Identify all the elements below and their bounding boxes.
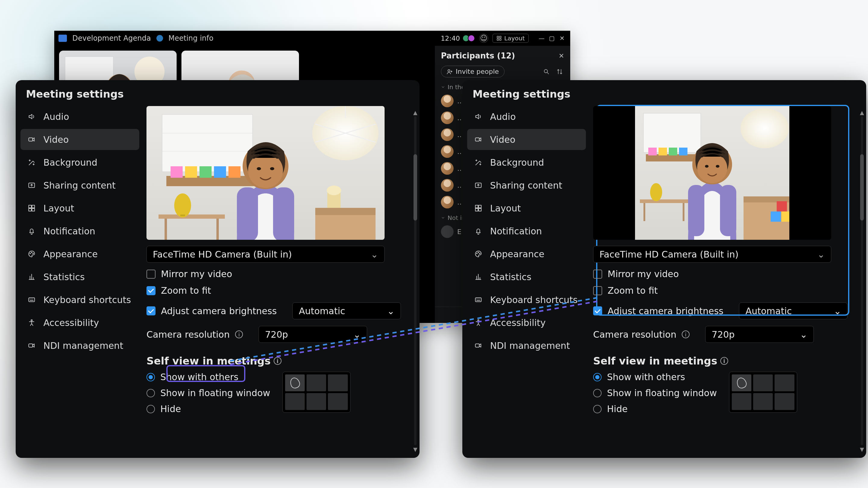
bell-icon: [474, 227, 483, 235]
chevron-down-icon: ⌄: [800, 329, 807, 340]
mirror-checkbox[interactable]: Mirror my video: [147, 269, 232, 279]
resolution-label: Camera resolution: [593, 329, 676, 340]
avatar: [441, 225, 454, 238]
nav-video[interactable]: Video: [21, 129, 139, 150]
info-icon[interactable]: [156, 35, 163, 41]
nav-audio[interactable]: Audio: [21, 106, 139, 127]
brightness-checkbox[interactable]: Adjust camera brightness: [147, 306, 277, 316]
layout-button[interactable]: Layout: [493, 34, 529, 43]
selfview-hide[interactable]: Hide: [593, 404, 717, 414]
wand-icon: [27, 158, 36, 167]
reactions-icon[interactable]: ☺: [479, 34, 488, 43]
grid-icon: [474, 204, 483, 213]
nav-video[interactable]: Video: [467, 129, 586, 150]
app-icon: [59, 35, 67, 42]
scrollbar[interactable]: ▲ ▼: [413, 109, 418, 452]
svg-rect-58: [475, 205, 478, 208]
meeting-title: Development Agenda: [72, 34, 151, 42]
selfview-layout-preview: [282, 372, 350, 413]
resolution-select[interactable]: 720p⌄: [705, 326, 814, 343]
nav-statistics[interactable]: Statistics: [467, 266, 586, 287]
svg-point-24: [30, 253, 30, 254]
nav-sharing[interactable]: Sharing content: [21, 175, 139, 196]
nav-notification[interactable]: Notification: [21, 221, 139, 241]
nav-layout[interactable]: Layout: [21, 198, 139, 219]
video-preview: [147, 106, 384, 240]
nav-background[interactable]: Background: [21, 152, 139, 173]
svg-rect-82: [771, 212, 781, 222]
nav-notification[interactable]: Notification: [467, 221, 586, 241]
svg-rect-51: [273, 187, 294, 240]
sort-icon[interactable]: [555, 67, 564, 76]
svg-point-79: [650, 183, 662, 201]
share-icon: [27, 181, 36, 190]
camera-select[interactable]: FaceTime HD Camera (Built in) ⌄: [593, 246, 831, 263]
meeting-info-link[interactable]: Meeting info: [168, 34, 213, 42]
settings-title: Meeting settings: [16, 80, 420, 104]
info-icon[interactable]: i: [235, 330, 243, 338]
search-icon[interactable]: [542, 67, 551, 76]
nav-sharing[interactable]: Sharing content: [467, 175, 586, 196]
nav-accessibility[interactable]: Accessibility: [467, 312, 586, 333]
svg-point-88: [697, 153, 727, 183]
svg-point-25: [31, 252, 32, 253]
selfview-hide[interactable]: Hide: [147, 404, 270, 414]
scroll-thumb[interactable]: [860, 154, 864, 221]
info-icon[interactable]: i: [682, 330, 689, 338]
scrollbar[interactable]: ▲ ▼: [860, 109, 864, 452]
selfview-with-others[interactable]: Show with others: [147, 372, 270, 382]
nav-shortcuts[interactable]: Keyboard shortcuts: [21, 289, 139, 310]
nav-accessibility[interactable]: Accessibility: [21, 312, 139, 333]
nav-shortcuts[interactable]: Keyboard shortcuts: [467, 289, 586, 310]
svg-rect-21: [32, 205, 35, 208]
svg-point-75: [741, 108, 789, 148]
scroll-down-icon[interactable]: ▼: [413, 446, 418, 452]
svg-point-54: [257, 167, 261, 170]
nav-ndi[interactable]: NDI management: [21, 335, 139, 356]
svg-rect-47: [315, 208, 375, 215]
zoom-checkbox[interactable]: Zoom to fit: [593, 285, 658, 296]
brightness-mode-select[interactable]: Automatic⌄: [739, 302, 847, 319]
settings-nav: Audio Video Background Sharing content L…: [16, 104, 144, 458]
close-icon[interactable]: ✕: [559, 52, 564, 60]
nav-background[interactable]: Background: [467, 152, 586, 173]
nav-ndi[interactable]: NDI management: [467, 335, 586, 356]
svg-rect-74: [679, 148, 687, 156]
scroll-thumb[interactable]: [413, 154, 417, 221]
camera-icon: [27, 135, 36, 144]
zoom-checkbox[interactable]: Zoom to fit: [147, 285, 211, 296]
selfview-floating[interactable]: Show in floating window: [147, 388, 270, 398]
selfview-radio-group: Show with others Show in floating window…: [147, 372, 270, 414]
close-button[interactable]: ✕: [558, 34, 566, 42]
brightness-mode-select[interactable]: Automatic⌄: [292, 302, 401, 319]
nav-statistics[interactable]: Statistics: [21, 266, 139, 287]
svg-point-62: [476, 253, 477, 254]
brightness-checkbox[interactable]: Adjust camera brightness: [593, 306, 723, 316]
resolution-select[interactable]: 720p⌄: [258, 326, 367, 343]
svg-rect-59: [478, 205, 481, 208]
speaker-icon: [27, 112, 36, 121]
presence-avatars: [464, 35, 475, 42]
info-icon[interactable]: i: [720, 357, 728, 365]
maximize-button[interactable]: ▢: [548, 34, 556, 42]
video-preview: [593, 106, 831, 240]
svg-rect-86: [720, 185, 736, 236]
svg-rect-76: [640, 199, 688, 203]
nav-layout[interactable]: Layout: [467, 198, 586, 219]
svg-rect-31: [162, 115, 253, 172]
scroll-up-icon[interactable]: ▲: [860, 109, 864, 116]
scroll-down-icon[interactable]: ▼: [860, 446, 864, 452]
camera-select[interactable]: FaceTime HD Camera (Built in) ⌄: [147, 246, 384, 263]
info-icon[interactable]: i: [274, 357, 281, 365]
svg-rect-3: [500, 39, 501, 40]
minimize-button[interactable]: —: [538, 34, 546, 42]
selfview-floating[interactable]: Show in floating window: [593, 388, 717, 398]
mirror-checkbox[interactable]: Mirror my video: [593, 269, 679, 279]
nav-appearance[interactable]: Appearance: [21, 243, 139, 264]
svg-rect-41: [158, 215, 225, 219]
nav-audio[interactable]: Audio: [467, 106, 586, 127]
invite-people-button[interactable]: Invite people: [441, 66, 504, 77]
nav-appearance[interactable]: Appearance: [467, 243, 586, 264]
scroll-up-icon[interactable]: ▲: [413, 109, 418, 116]
selfview-with-others[interactable]: Show with others: [593, 372, 717, 382]
